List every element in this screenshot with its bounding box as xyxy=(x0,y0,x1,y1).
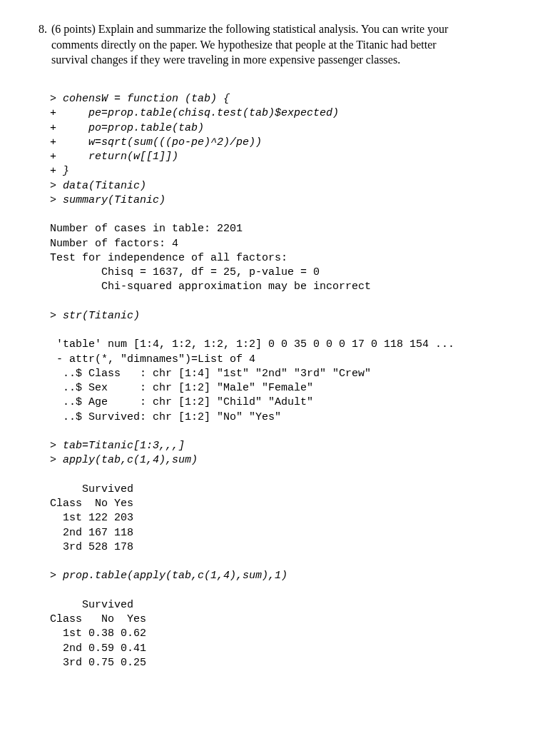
question-line-c: survival changes if they were traveling … xyxy=(51,54,400,66)
output-line: 1st 122 203 xyxy=(50,512,133,524)
output-line: Class No Yes xyxy=(50,613,146,625)
output-line: Chisq = 1637, df = 25, p-value = 0 xyxy=(50,266,320,278)
question-block: 8. (6 points) Explain and summarize the … xyxy=(29,21,531,68)
question-line-a: Explain and summarize the following stat… xyxy=(98,23,449,35)
code-line: > tab=Titanic[1:3,,,] xyxy=(50,440,185,452)
output-line: Number of cases in table: 2201 xyxy=(50,223,243,235)
output-line: 'table' num [1:4, 1:2, 1:2, 1:2] 0 0 35 … xyxy=(50,338,454,351)
output-line: 2nd 0.59 0.41 xyxy=(50,642,146,655)
code-line: > summary(Titanic) xyxy=(50,194,166,206)
code-line: > data(Titanic) xyxy=(50,180,146,192)
question-points: (6 points) xyxy=(51,23,96,35)
code-line: + po=prop.table(tab) xyxy=(50,122,204,134)
output-line: 1st 0.38 0.62 xyxy=(50,627,146,640)
output-line: ..$ Sex : chr [1:2] "Male" "Female" xyxy=(50,382,313,394)
question-line-b: comments directly on the paper. We hypot… xyxy=(51,39,437,51)
output-line: Chi-squared approximation may be incorre… xyxy=(50,281,371,293)
code-line: + w=sqrt(sum(((po-pe)^2)/pe)) xyxy=(50,136,262,148)
code-line: > prop.table(apply(tab,c(1,4),sum),1) xyxy=(50,570,287,582)
code-line: > cohensW = function (tab) { xyxy=(50,93,230,105)
code-line: > str(Titanic) xyxy=(50,310,140,322)
output-line: Test for independence of all factors: xyxy=(50,252,287,264)
code-line: + return(w[[1]]) xyxy=(50,151,178,163)
output-line: - attr(*, "dimnames")=List of 4 xyxy=(50,353,255,366)
output-line: Survived xyxy=(50,599,133,611)
output-line: Class No Yes xyxy=(50,498,133,510)
question-number: 8. xyxy=(29,21,51,37)
output-line: ..$ Survived: chr [1:2] "No" "Yes" xyxy=(50,411,281,423)
code-block: > cohensW = function (tab) { + pe=prop.t… xyxy=(50,78,531,670)
output-line: ..$ Class : chr [1:4] "1st" "2nd" "3rd" … xyxy=(50,368,371,380)
output-line: ..$ Age : chr [1:2] "Child" "Adult" xyxy=(50,396,313,408)
code-line: + } xyxy=(50,165,69,177)
output-line: 3rd 528 178 xyxy=(50,541,133,553)
output-line: Number of factors: 4 xyxy=(50,238,178,250)
question-text: (6 points) Explain and summarize the fol… xyxy=(51,21,531,68)
code-line: + pe=prop.table(chisq.test(tab)$expected… xyxy=(50,107,339,119)
output-line: 2nd 167 118 xyxy=(50,527,133,539)
output-line: Survived xyxy=(50,483,133,495)
output-line: 3rd 0.75 0.25 xyxy=(50,657,146,669)
code-line: > apply(tab,c(1,4),sum) xyxy=(50,454,198,466)
